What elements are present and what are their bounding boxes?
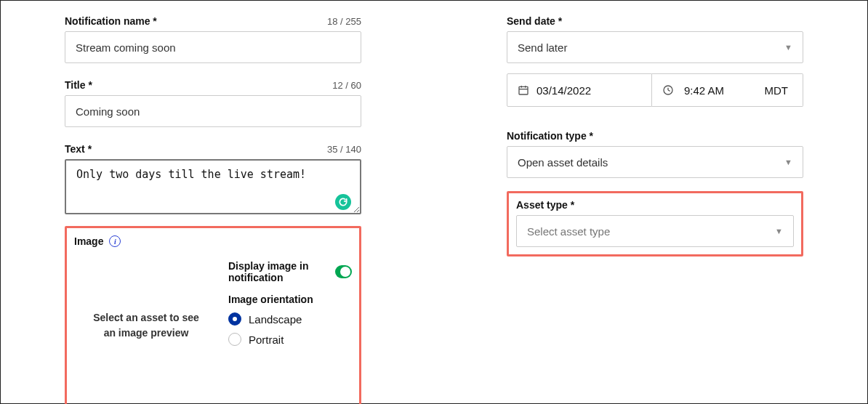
input-date[interactable]: 03/14/2022 [507, 73, 652, 107]
select-notification-type[interactable]: Open asset details ▼ [507, 146, 803, 178]
radio-icon-unchecked [228, 333, 241, 346]
counter-title: 12 / 60 [332, 80, 361, 91]
chevron-down-icon: ▼ [775, 227, 783, 235]
svg-rect-0 [519, 86, 528, 94]
radio-label-landscape: Landscape [249, 313, 302, 326]
label-display-toggle: Display image in notification [228, 260, 328, 283]
svg-line-6 [668, 90, 670, 91]
right-column: Send date * Send later ▼ 03/14/2022 [507, 15, 803, 403]
label-notification-name: Notification name * [65, 15, 157, 27]
field-notification-name: Notification name * 18 / 255 [65, 15, 361, 73]
input-notification-name[interactable] [65, 31, 361, 63]
label-orientation: Image orientation [228, 294, 352, 305]
select-send-date-value: Send later [518, 41, 567, 54]
select-asset-type-placeholder: Select asset type [527, 225, 610, 238]
clock-icon [662, 84, 674, 96]
counter-text: 35 / 140 [327, 144, 361, 155]
date-value: 03/14/2022 [537, 84, 591, 97]
label-notification-type: Notification type * [507, 130, 803, 142]
left-column: Notification name * 18 / 255 Title * 12 … [65, 15, 361, 403]
field-text: Text * 35 / 140 [65, 143, 361, 220]
time-value: 9:42 AM [684, 84, 724, 97]
field-send-date: Send date * Send later ▼ 03/14/2022 [507, 15, 803, 127]
chevron-down-icon: ▼ [784, 158, 792, 166]
field-notification-type: Notification type * Open asset details ▼ [507, 130, 803, 188]
counter-notification-name: 18 / 255 [327, 16, 361, 27]
calendar-icon [518, 84, 529, 96]
info-icon[interactable]: i [109, 235, 121, 247]
section-image: Image i Select an asset to see an image … [65, 226, 361, 404]
radio-label-portrait: Portrait [249, 334, 284, 346]
label-image: Image [74, 235, 103, 247]
grammarly-icon[interactable] [335, 194, 351, 210]
label-send-date: Send date * [507, 15, 803, 27]
image-preview-placeholder: Select an asset to see an image preview [74, 254, 218, 397]
select-send-date[interactable]: Send later ▼ [507, 31, 803, 63]
select-asset-type[interactable]: Select asset type ▼ [516, 215, 794, 247]
input-time[interactable]: 9:42 AM MDT [652, 73, 803, 107]
radio-landscape[interactable]: Landscape [228, 312, 352, 326]
notification-form: Notification name * 18 / 255 Title * 12 … [0, 0, 868, 404]
chevron-down-icon: ▼ [784, 43, 792, 52]
radio-portrait[interactable]: Portrait [228, 333, 352, 346]
label-text: Text * [65, 143, 92, 155]
toggle-display-image[interactable] [335, 265, 352, 278]
section-asset-type: Asset type * Select asset type ▼ [507, 191, 803, 256]
radio-icon-checked [228, 312, 241, 326]
timezone-value: MDT [765, 84, 793, 97]
field-title: Title * 12 / 60 [65, 79, 361, 137]
label-title: Title * [65, 79, 92, 91]
select-notification-type-value: Open asset details [518, 156, 608, 169]
label-asset-type: Asset type * [516, 199, 794, 211]
textarea-text[interactable] [65, 159, 361, 214]
input-title[interactable] [65, 95, 361, 127]
